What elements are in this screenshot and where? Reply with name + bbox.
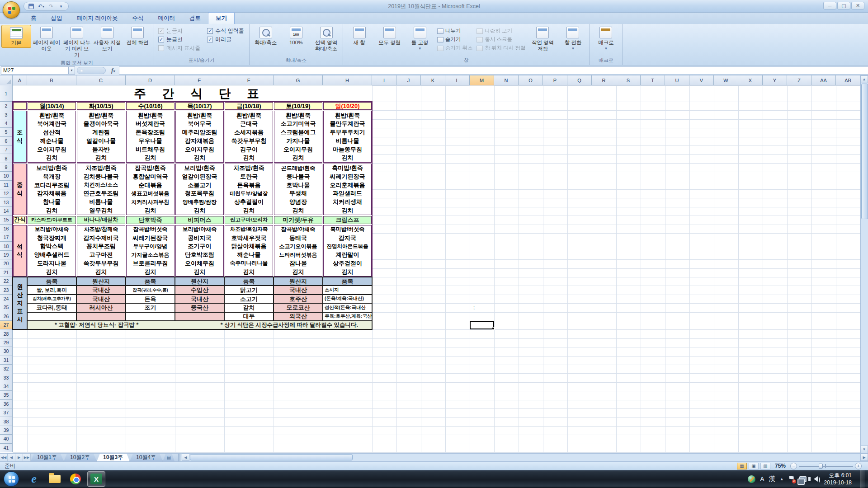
meal-cell[interactable]: 흰밥/흰죽북어무국메추리알조림감자채볶음오이지무침김치: [175, 111, 224, 162]
meal-cell[interactable]: 보리밥/흰죽얼갈이된장국소불고기청포묵무침양배추찜/쌈장김치: [175, 164, 224, 215]
zoom-slider-thumb[interactable]: [819, 464, 823, 469]
column-header-R[interactable]: R: [592, 75, 616, 85]
origin-cell[interactable]: 돈육: [126, 295, 175, 303]
tab-검토[interactable]: 검토: [182, 13, 208, 24]
horizontal-scroll-thumb[interactable]: [190, 454, 353, 460]
origin-cell[interactable]: 모로코산: [274, 303, 323, 312]
meal-cell[interactable]: 흰밥/흰죽물만두계란국두부두루치기비름나물마늘쫑무침김치: [323, 111, 372, 162]
column-header-D[interactable]: D: [126, 75, 175, 85]
origin-cell[interactable]: 쌀, 보리,흑미: [27, 286, 76, 294]
page-layout-view-button[interactable]: ▣: [749, 463, 759, 469]
origin-cell[interactable]: (돈육/계육:국내산): [323, 295, 372, 303]
origin-cell[interactable]: 대두: [224, 312, 274, 321]
meal-cell[interactable]: 흰밥/흰죽올갱이아욱국계란찜얼갈이나물돌자반김치: [77, 111, 125, 162]
row-header-20[interactable]: 20: [0, 259, 13, 268]
origin-cell[interactable]: [126, 312, 175, 321]
tab-scroll-next-icon[interactable]: ▶: [15, 454, 23, 461]
arrange-all-button[interactable]: 모두 정렬: [375, 25, 405, 47]
tab-scroll-first-icon[interactable]: ◀◀: [0, 454, 8, 461]
meal-cell[interactable]: 흰밥/흰죽근대국소세지볶음쑥갓두부무침김구이김치: [225, 111, 273, 162]
meal-cell[interactable]: 차조밥/흑임자죽호박새우젓국닭살야채볶음깨순나물숙주미나리나물김치: [225, 225, 273, 277]
origin-header[interactable]: 품목: [323, 277, 372, 286]
origin-cell[interactable]: [27, 312, 76, 321]
row-header-2[interactable]: 2: [0, 102, 13, 110]
row-header-31[interactable]: 31: [0, 356, 13, 365]
checkbox-눈금선[interactable]: ✓눈금선: [158, 35, 200, 44]
origin-cell[interactable]: 소고기: [224, 295, 274, 303]
active-cell-M27[interactable]: [470, 321, 494, 329]
origin-cell[interactable]: 닭고기: [224, 286, 274, 294]
column-header-H[interactable]: H: [323, 75, 372, 85]
row-header-15[interactable]: 15: [0, 216, 13, 224]
column-header-K[interactable]: K: [421, 75, 445, 85]
column-header-U[interactable]: U: [665, 75, 689, 85]
origin-header[interactable]: 품목: [27, 277, 76, 286]
formula-bar-splitter[interactable]: [77, 67, 106, 74]
zoom-button[interactable]: 확대/축소: [251, 25, 281, 47]
macros-button[interactable]: 매크로▾: [591, 25, 621, 52]
vertical-scroll-thumb[interactable]: [861, 84, 868, 219]
insert-worksheet-tab[interactable]: ▤: [163, 454, 175, 461]
network-icon[interactable]: [799, 476, 807, 482]
tab-split-handle[interactable]: [178, 454, 182, 461]
origin-cell[interactable]: 수입산: [175, 286, 224, 294]
row-header-12[interactable]: 12: [0, 189, 13, 198]
office-button[interactable]: [3, 1, 20, 19]
sheet-tab-10월1주[interactable]: 10월1주: [31, 454, 64, 461]
column-header-P[interactable]: P: [543, 75, 567, 85]
snack-cell[interactable]: 카스타드/야쿠르트: [28, 216, 76, 224]
ime-mode-a[interactable]: A: [760, 475, 764, 483]
formula-input[interactable]: [119, 66, 868, 75]
column-header-Y[interactable]: Y: [763, 75, 787, 85]
meal-cell[interactable]: 차조밥/흰죽김치콩나물국치킨까스/소스연근호두조림비름나물열무김치: [77, 164, 125, 215]
row-header-27[interactable]: 27: [0, 321, 13, 329]
column-header-AA[interactable]: AA: [811, 75, 836, 85]
origin-cell[interactable]: 섭산적(돈육:국내산: [323, 303, 372, 312]
column-header-V[interactable]: V: [689, 75, 714, 85]
meal-cell[interactable]: 흰밥/흰죽소고기미역국스크램블에그가지나물오이지무침김치: [274, 111, 322, 162]
meal-cell[interactable]: 보리밥/야채죽청국장찌개함박스텍양배추샐러드도라지나물김치: [28, 225, 76, 277]
zoom-100-button[interactable]: 100%: [281, 25, 311, 47]
full-screen-button[interactable]: 전체 화면: [123, 25, 152, 47]
tab-보기[interactable]: 보기: [208, 12, 235, 24]
row-header-33[interactable]: 33: [0, 373, 13, 382]
save-workspace-button[interactable]: 작업 영역 저장: [528, 25, 557, 53]
column-header-I[interactable]: I: [372, 75, 396, 85]
row-header-17[interactable]: 17: [0, 233, 13, 242]
row-header-37[interactable]: 37: [0, 408, 13, 417]
custom-views-button[interactable]: 사용자 지정 보기: [92, 25, 122, 53]
row-header-3[interactable]: 3: [0, 110, 13, 119]
column-header-A[interactable]: A: [13, 75, 27, 85]
row-header-6[interactable]: 6: [0, 137, 13, 145]
row-header-41[interactable]: 41: [0, 444, 13, 452]
hide-button[interactable]: 숨기기: [437, 35, 473, 44]
page-layout-button[interactable]: 페이지 레이아웃: [32, 25, 61, 53]
file-explorer-icon[interactable]: [46, 471, 64, 487]
meal-cell[interactable]: 흰밥/흰죽북어계란국섭산적깨순나물오이지무침김치: [28, 111, 76, 162]
name-box[interactable]: M27: [1, 66, 69, 75]
origin-cell[interactable]: [175, 312, 224, 321]
row-header-38[interactable]: 38: [0, 417, 13, 426]
snack-cell[interactable]: 크림스프: [323, 216, 372, 224]
tab-데이터[interactable]: 데이터: [151, 13, 182, 24]
day-header-일(10/20)[interactable]: 일(10/20): [323, 102, 372, 110]
column-header-AB[interactable]: AB: [836, 75, 860, 85]
cell-A2[interactable]: [13, 102, 27, 110]
row-header-18[interactable]: 18: [0, 242, 13, 250]
column-header-J[interactable]: J: [396, 75, 421, 85]
show-hidden-icons[interactable]: ▲: [780, 477, 784, 481]
day-header-토(10/19)[interactable]: 토(10/19): [274, 102, 322, 110]
clock[interactable]: 오후 6:01 2019-10-18: [824, 472, 855, 486]
section-label-간식[interactable]: 간식: [13, 216, 27, 224]
row-header-9[interactable]: 9: [0, 163, 13, 172]
zoom-in-button[interactable]: +: [855, 463, 862, 469]
row-header-39[interactable]: 39: [0, 426, 13, 435]
meal-cell[interactable]: 잡곡밥/버섯죽씨레기된장국두부구이/양념가지굴소스볶음브로콜리무침김치: [126, 225, 175, 277]
day-header-금(10/18)[interactable]: 금(10/18): [225, 102, 273, 110]
origin-cell[interactable]: 갈치: [224, 303, 274, 312]
row-header-32[interactable]: 32: [0, 365, 13, 373]
tab-홈[interactable]: 홈: [24, 13, 44, 24]
origin-cell[interactable]: 국내산: [274, 286, 323, 294]
minimize-button[interactable]: ─: [823, 2, 836, 9]
note-row[interactable]: * 고혈압- 저염식 당뇨식- 잡곡밥 ** 상기 식단은 시장수급사정에 따라…: [27, 321, 372, 329]
